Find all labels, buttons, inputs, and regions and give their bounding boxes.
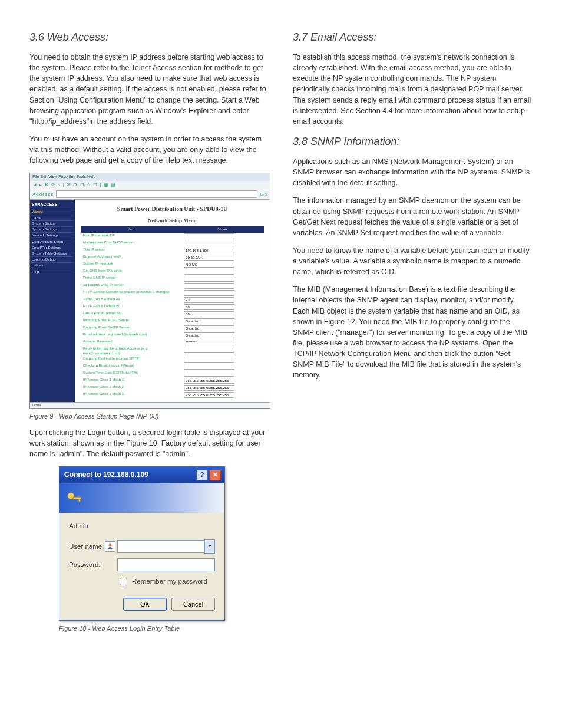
row-value <box>181 363 264 370</box>
table-row: HTTP Port & Default 80 <box>81 304 264 311</box>
row-value <box>181 233 264 240</box>
sidebar-item[interactable]: Help <box>32 269 73 275</box>
svg-rect-2 <box>79 499 81 502</box>
table-row: Checking Email Interval (Minute) <box>81 363 264 370</box>
col-item: Item <box>81 226 181 233</box>
user-icon <box>105 541 115 552</box>
row-input[interactable] <box>184 318 234 324</box>
row-input[interactable] <box>184 276 234 282</box>
row-label: HTTP Service Domain for require protecti… <box>81 289 181 297</box>
row-input[interactable] <box>184 304 234 310</box>
row-input[interactable] <box>184 332 234 338</box>
table-row: This IP server <box>81 247 264 254</box>
row-input[interactable] <box>184 357 234 363</box>
row-input[interactable] <box>184 340 234 345</box>
sidebar-item[interactable]: System Status <box>32 220 73 226</box>
table-row: Incoming Email POP3 Server <box>81 318 264 325</box>
para-3-8-3: You need to know the name of a variable … <box>293 245 533 277</box>
username-input[interactable] <box>117 540 204 553</box>
row-label: Secondary DNS IP server <box>81 282 181 289</box>
address-input[interactable] <box>56 190 257 198</box>
sidebar-item[interactable]: System Table Settings <box>32 251 73 256</box>
row-input[interactable] <box>184 255 234 261</box>
row-input[interactable] <box>184 248 234 253</box>
row-value <box>181 304 264 311</box>
go-button[interactable]: Go <box>260 192 267 197</box>
cancel-button[interactable]: Cancel <box>171 598 215 611</box>
figure-10-caption: Figure 10 - Web Access Login Entry Table <box>29 624 269 634</box>
row-label: System Time-Date ICD Radio (TM) <box>81 370 181 377</box>
sidebar-item[interactable]: Email/For Settings <box>32 245 73 251</box>
network-setup-table: Item Value Host IP/netmask/DFModule uses… <box>81 226 264 398</box>
row-value <box>181 311 264 318</box>
para-3-6-1: You need to obtain the system IP address… <box>29 52 269 127</box>
row-value <box>181 384 264 391</box>
row-input[interactable] <box>184 364 234 370</box>
row-label: Ethernet Address (read) <box>81 254 181 261</box>
table-row: IP Access Class 3 Mask 3 <box>81 391 264 398</box>
col-value: Value <box>181 226 264 233</box>
row-label: Module uses IC or DHCP server <box>81 240 181 247</box>
password-label: Password: <box>69 560 117 570</box>
close-icon[interactable]: ✕ <box>209 470 221 480</box>
login-banner <box>59 483 224 513</box>
row-label: Telnet Port # Default 23 <box>81 297 181 304</box>
row-value <box>181 356 264 363</box>
ok-button[interactable]: OK <box>123 598 167 611</box>
row-input[interactable] <box>184 325 234 331</box>
row-input[interactable] <box>184 297 234 303</box>
row-value <box>181 275 264 282</box>
row-value <box>181 289 264 297</box>
row-input[interactable] <box>184 283 234 289</box>
row-input[interactable] <box>184 371 234 377</box>
row-input[interactable] <box>184 262 234 268</box>
right-column: 3.7 Email Access: To establish this acce… <box>293 24 533 640</box>
table-row: IP Access Class 2 Mask 2 <box>81 384 264 391</box>
table-row: DHCP Port # Default 68 <box>81 311 264 318</box>
sidebar-item[interactable]: Home <box>32 215 73 220</box>
sidebar-item[interactable]: System Settings <box>32 226 73 232</box>
row-input[interactable] <box>184 385 234 391</box>
figure-10-login-dialog: Connect to 192.168.0.109 ? ✕ Admin User … <box>59 466 225 621</box>
row-label: Incoming Email POP3 Server <box>81 318 181 325</box>
remember-checkbox[interactable] <box>120 578 127 585</box>
sidebar-wizard[interactable]: Wizard <box>32 209 73 215</box>
row-input[interactable] <box>184 347 234 353</box>
row-value <box>181 254 264 261</box>
left-column: 3.6 Web Access: You need to obtain the s… <box>29 24 269 640</box>
sidebar-item[interactable]: Network Settings <box>32 232 73 238</box>
row-input[interactable] <box>184 241 234 246</box>
row-label: This IP server <box>81 247 181 254</box>
page-subheading: Network Setup Menu <box>81 218 264 226</box>
row-input[interactable] <box>184 269 234 275</box>
row-input[interactable] <box>184 392 234 398</box>
username-dropdown-icon[interactable]: ▾ <box>204 539 215 554</box>
help-icon[interactable]: ? <box>196 470 208 480</box>
sidebar-item[interactable]: Logging/Debug <box>32 256 73 262</box>
row-label: Checking Email Interval (Minute) <box>81 363 181 370</box>
para-3-6-3: Upon clicking the Login button, a secure… <box>29 427 269 459</box>
para-3-6-2: You must have an account on the system i… <box>29 134 269 166</box>
sidebar-item[interactable]: Utilities <box>32 262 73 268</box>
address-label: Address <box>32 192 54 197</box>
row-value <box>181 297 264 304</box>
row-value <box>181 282 264 289</box>
row-input[interactable] <box>184 378 234 384</box>
row-input[interactable] <box>184 233 234 239</box>
row-value <box>181 268 264 275</box>
table-row: Ethernet Address (read) <box>81 254 264 261</box>
row-input[interactable] <box>184 290 234 296</box>
row-value <box>181 318 264 325</box>
para-3-8-2: The information managed by an SNMP daemo… <box>293 195 533 238</box>
row-label: Outgoing Mail Authentication SMTP <box>81 356 181 363</box>
password-input[interactable] <box>117 558 215 571</box>
table-row: System Time-Date ICD Radio (TM) <box>81 370 264 377</box>
row-label: Prime DNS IP server <box>81 275 181 282</box>
row-input[interactable] <box>184 311 234 317</box>
browser-address-bar: Address Go <box>30 189 270 200</box>
sidebar-item[interactable]: User Account Setup <box>32 239 73 245</box>
login-titlebar: Connect to 192.168.0.109 ? ✕ <box>59 467 224 483</box>
para-3-8-4: The MIB (Management Information Base) is… <box>293 284 533 380</box>
row-label: DHCP Port # Default 68 <box>81 311 181 318</box>
table-row: Reply to list (log file or back Address … <box>81 346 264 355</box>
